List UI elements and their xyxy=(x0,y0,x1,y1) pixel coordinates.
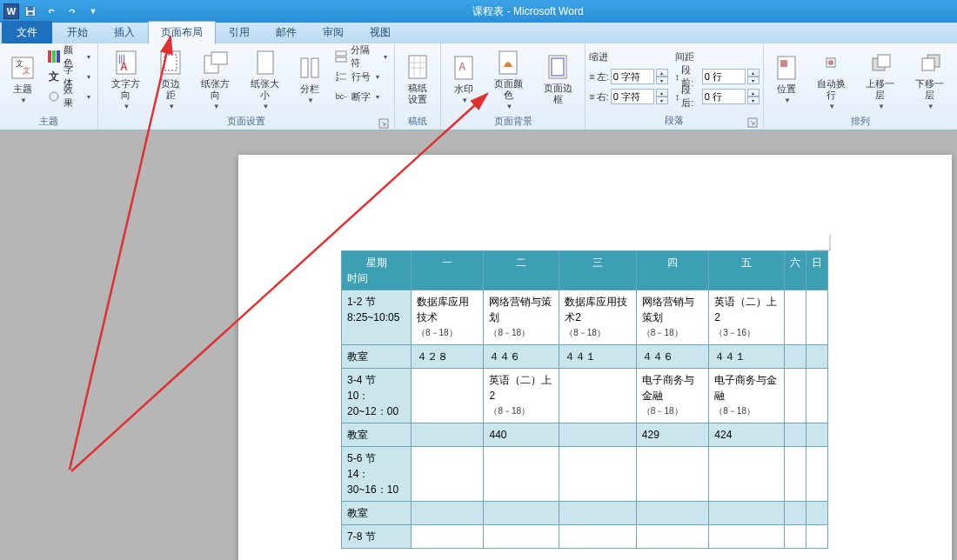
schedule-cell xyxy=(784,423,806,447)
time-cell: 教室 xyxy=(342,345,412,369)
watermark-button[interactable]: A 水印▼ xyxy=(445,45,483,113)
indent-right-spinner[interactable]: ▴▾ xyxy=(656,89,668,104)
schedule-cell: ４４６ xyxy=(484,345,559,369)
ribbon: 文文 主题 ▼ 颜色▾ 文 字体▾ 效果▾ 主题 xyxy=(0,43,957,130)
wrap-text-button[interactable]: 自动换行▼ xyxy=(807,45,855,113)
page-color-button[interactable]: 页面颜色▼ xyxy=(485,45,532,113)
redo-button[interactable] xyxy=(63,2,82,21)
table-row: 3-4 节 10：20~12：00英语（二）上2（8－18）电子商务与金融（8－… xyxy=(342,369,828,423)
tab-insert[interactable]: 插入 xyxy=(101,21,148,43)
columns-button[interactable]: 分栏▼ xyxy=(291,45,329,113)
margins-button[interactable]: 页边距▼ xyxy=(151,45,190,113)
schedule-cell xyxy=(709,502,785,525)
hyphenation-button[interactable]: bc- 断字▾ xyxy=(331,87,391,106)
indent-left-spinner[interactable]: ▴▾ xyxy=(656,69,668,84)
schedule-cell xyxy=(806,447,827,502)
schedule-cell xyxy=(559,502,637,525)
bring-forward-button[interactable]: 上移一层▼ xyxy=(857,45,905,113)
fonts-icon: 文 xyxy=(47,70,60,83)
svg-text:2: 2 xyxy=(336,77,339,82)
group-label-manuscript: 稿纸 xyxy=(398,113,437,130)
tab-references[interactable]: 引用 xyxy=(216,21,263,43)
document-page: 星期 时间 一 二 三 四 五 六 日 1-2 节 8:25~10:05数据库应… xyxy=(238,155,952,560)
chevron-down-icon: ▼ xyxy=(20,97,27,104)
svg-rect-21 xyxy=(336,57,346,62)
send-backward-button[interactable]: 下移一层▼ xyxy=(906,45,954,113)
page-borders-button[interactable]: 页面边框 xyxy=(534,45,582,113)
dialog-launcher-icon[interactable] xyxy=(378,118,389,129)
columns-icon xyxy=(296,54,324,82)
svg-rect-17 xyxy=(258,51,273,74)
schedule-table: 星期 时间 一 二 三 四 五 六 日 1-2 节 8:25~10:05数据库应… xyxy=(341,250,828,549)
undo-button[interactable] xyxy=(42,2,61,21)
qat-customize[interactable]: ▼ xyxy=(84,2,103,21)
text-direction-button[interactable]: |||A 文字方向▼ xyxy=(102,45,150,113)
schedule-cell xyxy=(806,345,827,369)
svg-text:A: A xyxy=(458,61,466,73)
schedule-cell xyxy=(412,423,484,447)
manuscript-settings-button[interactable]: 稿纸 设置 xyxy=(398,45,437,113)
schedule-cell xyxy=(559,423,637,447)
group-label-paragraph: 段落 xyxy=(589,112,760,130)
svg-text:文: 文 xyxy=(23,66,30,75)
svg-rect-45 xyxy=(922,58,934,70)
schedule-cell xyxy=(784,369,806,423)
size-button[interactable]: 纸张大小▼ xyxy=(241,45,289,113)
table-row: 1-2 节 8:25~10:05数据库应用技术（8－18）网络营销与策划（8－1… xyxy=(342,290,828,345)
dialog-launcher-icon[interactable] xyxy=(747,117,758,128)
indent-left-icon: ≡ xyxy=(589,71,594,82)
schedule-cell: 英语（二）上2（8－18） xyxy=(484,369,559,423)
spacing-after-spinner[interactable]: ▴▾ xyxy=(747,89,760,104)
line-numbers-button[interactable]: 12 行号▾ xyxy=(331,67,391,86)
position-button[interactable]: 位置▼ xyxy=(767,45,806,113)
header-day: 二 xyxy=(484,251,559,290)
size-icon xyxy=(251,49,279,77)
schedule-cell: ４４１ xyxy=(559,345,637,369)
breaks-button[interactable]: 分隔符▾ xyxy=(331,47,391,66)
time-cell: 教室 xyxy=(342,423,412,447)
schedule-cell xyxy=(709,447,785,502)
schedule-cell: 424 xyxy=(709,423,785,447)
save-button[interactable] xyxy=(21,2,40,21)
tab-page-layout[interactable]: 页面布局 xyxy=(148,21,216,44)
spacing-after-label: 段后: xyxy=(681,83,700,110)
tab-review[interactable]: 审阅 xyxy=(310,21,357,43)
indent-left-input[interactable] xyxy=(611,69,654,84)
group-label-page-background: 页面背景 xyxy=(445,113,581,130)
orientation-button[interactable]: 纸张方向▼ xyxy=(191,45,239,113)
schedule-cell xyxy=(806,502,827,525)
schedule-cell: 数据库应用技术（8－18） xyxy=(412,290,484,345)
document-area: ✥ 星期 时间 一 二 三 四 五 六 日 1-2 节 xyxy=(0,130,957,560)
spacing-after-input[interactable] xyxy=(702,89,746,104)
theme-effects-button[interactable]: 效果▾ xyxy=(44,87,94,106)
schedule-cell xyxy=(412,502,484,525)
svg-rect-16 xyxy=(211,52,227,64)
time-cell: 3-4 节 10：20~12：00 xyxy=(342,369,412,423)
time-cell: 7-8 节 xyxy=(342,525,412,549)
schedule-cell: 网络营销与策划（8－18） xyxy=(484,290,559,345)
tab-file[interactable]: 文件 xyxy=(2,21,52,43)
time-cell: 教室 xyxy=(342,502,412,525)
spacing-before-spinner[interactable]: ▴▾ xyxy=(747,69,760,84)
svg-rect-6 xyxy=(48,50,51,63)
svg-text:A: A xyxy=(120,61,128,73)
schedule-cell: ４４１ xyxy=(709,345,785,369)
schedule-cell xyxy=(806,369,827,423)
group-page-setup: |||A 文字方向▼ 页边距▼ 纸张方向▼ 纸张大小▼ 分栏▼ xyxy=(98,43,395,130)
tab-view[interactable]: 视图 xyxy=(357,21,404,43)
schedule-cell: 网络营销与策划（8－18） xyxy=(636,290,708,345)
tab-mailings[interactable]: 邮件 xyxy=(263,21,310,43)
schedule-cell: ４４６ xyxy=(636,345,708,369)
svg-rect-1 xyxy=(28,7,34,10)
schedule-cell: 英语（二）上2（3－16） xyxy=(709,290,785,345)
themes-button[interactable]: 文文 主题 ▼ xyxy=(3,45,42,113)
tab-home[interactable]: 开始 xyxy=(54,21,101,43)
schedule-cell xyxy=(636,447,708,502)
table-row: 7-8 节 xyxy=(342,525,828,549)
indent-right-input[interactable] xyxy=(611,89,654,104)
spacing-before-input[interactable] xyxy=(702,69,746,84)
hyphenation-icon: bc- xyxy=(334,90,348,103)
window-title: 课程表 - Microsoft Word xyxy=(103,4,954,19)
schedule-cell xyxy=(636,502,708,525)
schedule-cell xyxy=(784,502,806,525)
